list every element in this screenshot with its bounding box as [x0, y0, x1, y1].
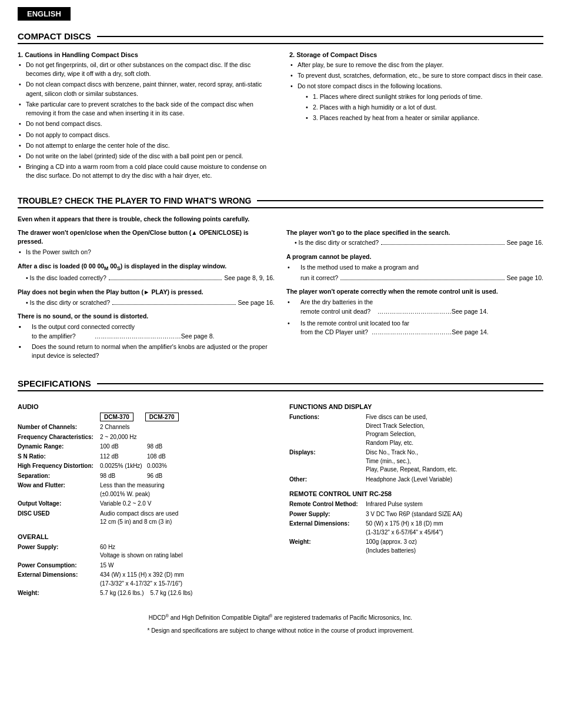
list-item: Do not clean compact discs with benzene,… [18, 80, 272, 98]
trouble-dotted-2: • Is the disc loaded correctly? See page… [18, 274, 275, 283]
overall-table: Power Supply: 60 HzVoltage is shown on r… [18, 543, 272, 599]
list-item: 2. Places with a high humidity or a lot … [305, 103, 543, 112]
compact-discs-columns: 1. Cautions in Handling Compact Discs Do… [18, 51, 543, 185]
table-row: Dynamic Range: 100 dB 98 dB [18, 442, 272, 452]
audio-category: AUDIO [18, 403, 272, 410]
list-item: Do not store compact discs in the follow… [289, 82, 543, 122]
trouble-sub-6: • Is the method used to make a program a… [286, 263, 543, 272]
table-row: DISC USED Audio compact discs are used12… [18, 509, 272, 527]
table-row: External Dimensions: 434 (W) x 115 (H) x… [18, 570, 272, 589]
overall-category: OVERALL [18, 533, 272, 540]
compact-discs-content: 1. Cautions in Handling Compact Discs Do… [0, 51, 561, 185]
trouble-bold-7: The player won't operate correctly when … [286, 287, 543, 297]
list-item: Do not apply to compact discs. [18, 131, 272, 139]
cautions-title: 1. Cautions in Handling Compact Discs [18, 51, 272, 58]
trouble-item-3: Play does not begin when the Play button… [18, 288, 275, 308]
trouble-item-6: A program cannot be played. • Is the met… [286, 252, 543, 282]
table-row: Power Consumption: 15 W [18, 561, 272, 571]
trouble-item-7: The player won't operate correctly when … [286, 287, 543, 337]
table-row: Frequency Characteristics: 2 ~ 20,000 Hz [18, 433, 272, 443]
table-row: Weight: 5.7 kg (12.6 lbs.) 5.7 kg (12.6 … [18, 589, 272, 599]
trouble-sub-7b: • Is the remote control unit located too… [286, 319, 543, 338]
functions-category: FUNCTIONS AND DISPLAY [289, 403, 543, 410]
trouble-item-4: There is no sound, or the sound is disto… [18, 312, 275, 361]
audio-table: Number of Channels: 2 Channels Frequency… [18, 423, 272, 527]
table-row: Separation: 98 dB 96 dB [18, 471, 272, 481]
compact-discs-left: 1. Cautions in Handling Compact Discs Do… [18, 51, 272, 185]
trouble-sub-1: Is the Power switch on? [18, 248, 275, 257]
list-item: 3. Places reached by heat from a heater … [305, 114, 543, 122]
trouble-bold-5: The player won't go to the place specifi… [286, 228, 543, 238]
remote-table: Remote Control Method: Infrared Pulse sy… [289, 500, 543, 556]
table-row: Number of Channels: 2 Channels [18, 423, 272, 433]
list-item: Do not get fingerprints, oil, dirt or ot… [18, 61, 272, 78]
list-item: Do not write on the label (printed) side… [18, 152, 272, 161]
table-row: Other: Headphone Jack (Level Variable) [289, 475, 543, 485]
trouble-bold-6: A program cannot be played. [286, 252, 543, 262]
trouble-sub-4b: • Does the sound return to normal when t… [18, 343, 275, 361]
trouble-bold-1: The drawer won't open/close when the Ope… [18, 228, 275, 247]
trouble-sub-4a: • Is the output cord connected correctly… [18, 323, 275, 341]
model1-box: DCM-370 [100, 413, 133, 421]
trouble-bold-2: After a disc is loaded (0 00 00M 00S) is… [18, 262, 275, 272]
table-row: S N Ratio: 112 dB 108 dB [18, 452, 272, 462]
list-item: 1. Places where direct sunlight strikes … [305, 92, 543, 101]
trouble-item-5: The player won't go to the place specifi… [286, 228, 543, 248]
trouble-item-1: The drawer won't open/close when the Ope… [18, 228, 275, 257]
functions-table: Functions: Five discs can be used,Direct… [289, 413, 543, 484]
specs-right-col: FUNCTIONS AND DISPLAY Functions: Five di… [289, 398, 543, 599]
trouble-item-2: After a disc is loaded (0 00 00M 00S) is… [18, 262, 275, 283]
specs-left-col: AUDIO DCM-370 DCM-270 Number of Channels… [18, 398, 272, 599]
trouble-bold-3: Play does not begin when the Play button… [18, 288, 275, 297]
footer-note-1: HDCD® and High Definition Compatible Dig… [18, 613, 543, 623]
trouble-left-col: The drawer won't open/close when the Ope… [18, 228, 275, 365]
specifications-title: SPECIFICATIONS [18, 378, 543, 391]
remote-category: REMOTE CONTROL UNIT RC-258 [289, 490, 543, 497]
table-row: External Dimensions: 50 (W) x 175 (H) x … [289, 519, 543, 537]
footer-note-2: * Design and specifications are subject … [18, 627, 543, 634]
model-headers: DCM-370 DCM-270 [100, 413, 272, 421]
trouble-right-col: The player won't go to the place specifi… [286, 228, 543, 365]
table-row: Weight: 100g (approx. 3 oz)(Includes bat… [289, 537, 543, 556]
table-row: Output Voltage: Variable 0.2 ~ 2.0 V [18, 499, 272, 509]
table-row: Power Supply: 60 HzVoltage is shown on r… [18, 543, 272, 561]
model2-box: DCM-270 [145, 413, 179, 421]
table-row: High Frequency Distortion: 0.0025% (1kHz… [18, 461, 272, 471]
table-row: Wow and Flutter: Less than the measuring… [18, 481, 272, 499]
trouble-sub-7a: • Are the dry batteries in theremote con… [286, 298, 543, 317]
trouble-dotted-3: • Is the disc dirty or scratched? See pa… [18, 298, 275, 308]
trouble-content: Even when it appears that there is troub… [0, 215, 561, 365]
trouble-intro: Even when it appears that there is troub… [18, 215, 543, 222]
storage-list: After play, be sure to remove the disc f… [289, 61, 543, 122]
compact-discs-title: COMPACT DISCS [18, 31, 543, 44]
table-row: Remote Control Method: Infrared Pulse sy… [289, 500, 543, 510]
trouble-dotted-5: • Is the disc dirty or scratched? See pa… [286, 238, 543, 248]
table-row: Power Supply: 3 V DC Two R6P (standard S… [289, 510, 543, 520]
table-row: Functions: Five discs can be used,Direct… [289, 413, 543, 448]
list-item: Take particular care to prevent scratche… [18, 100, 272, 118]
trouble-bold-4: There is no sound, or the sound is disto… [18, 312, 275, 321]
trouble-columns: The drawer won't open/close when the Ope… [18, 228, 543, 365]
cautions-list: Do not get fingerprints, oil, dirt or ot… [18, 61, 272, 181]
language-header: ENGLISH [18, 7, 71, 21]
table-row: Displays: Disc No., Track No.,Time (min.… [289, 448, 543, 475]
trouble-title: TROUBLE? CHECK THE PLAYER TO FIND WHAT'S… [18, 196, 543, 208]
list-item: Do not bend compact discs. [18, 119, 272, 128]
specifications-content: AUDIO DCM-370 DCM-270 Number of Channels… [18, 398, 543, 599]
storage-title: 2. Storage of Compact Discs [289, 51, 543, 58]
list-item: To prevent dust, scratches, deformation,… [289, 71, 543, 80]
trouble-dotted-6: run it correct? See page 10. [286, 274, 543, 283]
specs-columns: AUDIO DCM-370 DCM-270 Number of Channels… [18, 398, 543, 599]
page: ENGLISH COMPACT DISCS 1. Cautions in Han… [0, 0, 561, 728]
list-item: Bringing a CD into a warm room from a co… [18, 162, 272, 180]
list-item: After play, be sure to remove the disc f… [289, 61, 543, 69]
compact-discs-right: 2. Storage of Compact Discs After play, … [289, 51, 543, 185]
list-item: Do not attempt to enlarge the center hol… [18, 141, 272, 150]
